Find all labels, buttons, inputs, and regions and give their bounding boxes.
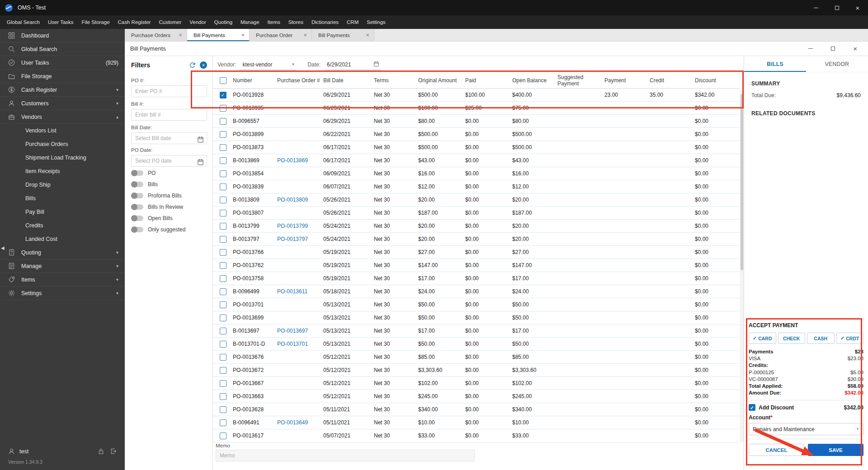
row-checkbox[interactable] — [220, 328, 226, 334]
sidebar-item-item-receipts[interactable]: Item Receipts — [0, 164, 125, 178]
toggle-switch[interactable] — [131, 204, 143, 210]
column-header-credit[interactable]: Credit — [650, 78, 695, 84]
panel-restore-button[interactable] — [831, 47, 835, 51]
toggle-switch[interactable] — [131, 170, 143, 176]
table-row[interactable]: B-0013697PO-001369705/13/2021Net 30$17.0… — [213, 324, 740, 338]
menu-item-customer[interactable]: Customer — [155, 17, 185, 27]
filter-toggle-bills-in-review[interactable]: Bills In Review — [131, 201, 209, 212]
menu-item-file-storage[interactable]: File Storage — [78, 17, 114, 27]
cancel-button[interactable]: CANCEL — [749, 444, 804, 456]
table-row[interactable]: PO-001376205/19/2021Net 30$147.00$0.00$1… — [213, 259, 740, 272]
lock-icon[interactable] — [98, 448, 104, 455]
table-row[interactable]: PO-001367205/12/2021Net 30$3,303.60$0.00… — [213, 364, 740, 377]
row-checkbox[interactable] — [220, 432, 226, 439]
tab-close-icon[interactable]: × — [241, 32, 245, 38]
filter-toggle-only-suggested[interactable]: Only suggested — [131, 224, 209, 235]
filter-toggle-bills[interactable]: Bills — [131, 179, 209, 190]
logout-icon[interactable] — [110, 448, 117, 455]
sidebar-item-file-storage[interactable]: File Storage — [0, 70, 125, 83]
scrollbar-thumb[interactable] — [741, 94, 743, 270]
menu-item-manage[interactable]: Manage — [236, 17, 264, 27]
sidebar-item-dashboard[interactable]: Dashboard — [0, 29, 125, 42]
sidebar-item-user-tasks[interactable]: User Tasks(929) — [0, 56, 125, 70]
row-checkbox[interactable] — [220, 288, 226, 295]
row-checkbox[interactable] — [220, 157, 226, 164]
minimize-button[interactable] — [806, 0, 826, 15]
tab-purchase-orders-0[interactable]: Purchase Orders× — [125, 29, 187, 41]
row-checkbox[interactable] — [220, 144, 226, 151]
menu-item-stores[interactable]: Stores — [284, 17, 307, 27]
calendar-icon[interactable] — [197, 136, 204, 143]
table-row[interactable]: PO-001362805/11/2021Net 30$340.00$0.00$3… — [213, 403, 740, 416]
panel-close-button[interactable]: × — [853, 45, 857, 52]
row-checkbox[interactable] — [220, 183, 226, 190]
row-checkbox[interactable]: ✓ — [220, 92, 226, 99]
menu-item-cash-register[interactable]: Cash Register — [114, 17, 155, 27]
table-row[interactable]: PO-001385406/09/2021Net 30$16.00$0.00$16… — [213, 167, 740, 180]
column-header-original-amount[interactable]: Original Amount — [418, 78, 465, 84]
menu-item-crm[interactable]: CRM — [343, 17, 363, 27]
row-checkbox[interactable] — [220, 197, 226, 203]
table-row[interactable]: PO-001366705/12/2021Net 30$102.00$0.00$1… — [213, 377, 740, 390]
sidebar-item-drop-ship[interactable]: Drop Ship — [0, 178, 125, 192]
table-row[interactable]: PO-001369905/13/2021Net 30$50.00$0.00$50… — [213, 311, 740, 324]
row-checkbox[interactable] — [220, 105, 226, 112]
table-row[interactable]: PO-001375805/19/2021Net 30$17.00$0.00$17… — [213, 272, 740, 285]
clear-filters-icon[interactable]: × — [200, 61, 207, 69]
toggle-switch[interactable] — [131, 227, 143, 232]
cell-po-link[interactable]: PO-0013697 — [277, 328, 323, 334]
row-checkbox[interactable] — [220, 419, 226, 426]
sidebar-item-manage[interactable]: Manage▾ — [0, 259, 125, 273]
column-header-purchase-order[interactable]: Purchase Order # — [277, 78, 323, 84]
table-row[interactable]: PO-001387306/17/2021Net 30$500.00$0.00$5… — [213, 141, 740, 154]
account-select[interactable]: Repairs and Maintenance ▼ — [749, 423, 863, 435]
column-header-paid[interactable]: Paid — [465, 78, 512, 84]
bill-number-input[interactable] — [131, 109, 207, 121]
row-checkbox[interactable] — [220, 131, 226, 138]
sidebar-item-bills[interactable]: Bills — [0, 192, 125, 205]
table-row[interactable]: PO-001361705/07/2021Net 30$33.00$0.00$33… — [213, 429, 740, 442]
row-checkbox[interactable] — [220, 406, 226, 413]
refresh-icon[interactable] — [189, 62, 196, 69]
add-discount-checkbox[interactable]: ✓ — [749, 404, 755, 411]
calendar-icon[interactable] — [197, 159, 204, 165]
table-row[interactable]: B-0013809PO-001380905/26/2021Net 30$20.0… — [213, 193, 740, 207]
cell-po-link[interactable]: PO-0013799 — [277, 223, 323, 229]
row-checkbox[interactable] — [220, 275, 226, 282]
sidebar-item-landed-cost[interactable]: Landed Cost — [0, 232, 125, 246]
tab-vendor[interactable]: VENDOR — [806, 56, 868, 72]
sidebar-item-global-search[interactable]: Global Search — [0, 42, 125, 56]
toggle-switch[interactable] — [131, 216, 143, 221]
sidebar-item-vendors-list[interactable]: Vendors List — [0, 124, 125, 137]
cell-po-link[interactable]: PO-0013809 — [277, 197, 323, 203]
cell-payment[interactable]: 23.00 — [604, 92, 650, 98]
panel-minimize-button[interactable] — [808, 48, 813, 49]
row-checkbox[interactable] — [220, 354, 226, 361]
table-row[interactable]: B-0096499PO-001361105/18/2021Net 30$24.0… — [213, 285, 740, 298]
cell-po-link[interactable]: PO-0013701 — [277, 341, 323, 347]
payment-method-cash[interactable]: CASH — [807, 333, 835, 344]
menu-item-global-search[interactable]: Global Search — [3, 17, 44, 27]
close-button[interactable]: × — [847, 0, 868, 15]
row-checkbox[interactable] — [220, 223, 226, 230]
sidebar-item-items[interactable]: Items▾ — [0, 273, 125, 287]
menu-item-settings[interactable]: Settings — [363, 17, 390, 27]
save-button[interactable]: SAVE — [808, 444, 863, 456]
sidebar-item-customers[interactable]: Customers▾ — [0, 97, 125, 110]
payment-method-card[interactable]: ✓CARD — [749, 333, 776, 344]
column-header-bill-date[interactable]: Bill Date — [323, 78, 374, 84]
row-checkbox[interactable] — [220, 315, 226, 321]
sidebar-item-cash-register[interactable]: Cash Register▾ — [0, 83, 125, 97]
sidebar-collapse-icon[interactable]: ◀ — [1, 245, 5, 250]
tab-bill-payments-1[interactable]: Bill Payments× — [187, 29, 250, 41]
cell-credit[interactable]: 35.00 — [650, 92, 695, 98]
table-row[interactable]: B-0013869PO-001386906/17/2021Net 30$43.0… — [213, 154, 740, 167]
row-checkbox[interactable] — [220, 210, 226, 216]
toggle-switch[interactable] — [131, 182, 143, 187]
menu-item-vendor[interactable]: Vendor — [185, 17, 210, 27]
sidebar-item-shipment-load-tracking[interactable]: Shipment Load Tracking — [0, 151, 125, 164]
sidebar-item-pay-bill[interactable]: Pay Bill — [0, 205, 125, 219]
sidebar-item-credits[interactable]: Credits — [0, 219, 125, 232]
row-checkbox[interactable] — [220, 262, 226, 269]
table-row[interactable]: PO-001376605/19/2021Net 30$27.00$0.00$27… — [213, 246, 740, 259]
